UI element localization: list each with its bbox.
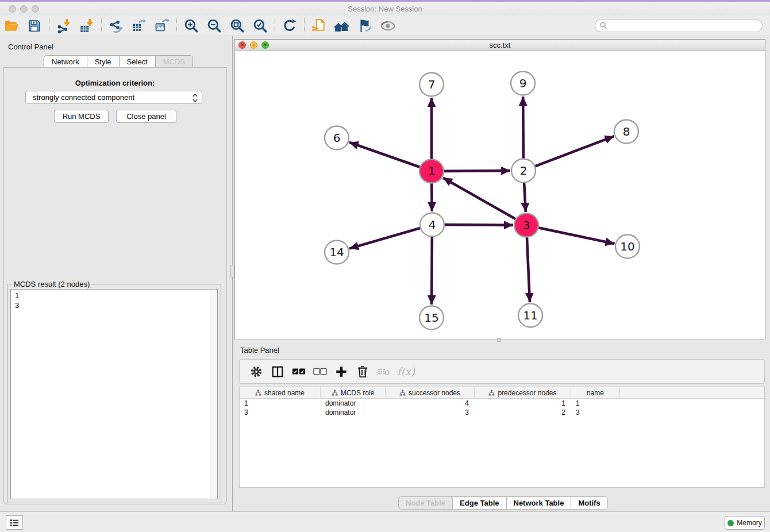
export-image-button[interactable] <box>151 17 174 35</box>
edge-1-2[interactable] <box>444 171 510 171</box>
node-label: 9 <box>519 76 527 90</box>
edge-4-15[interactable] <box>432 237 432 304</box>
edge-4-3[interactable] <box>444 225 513 225</box>
export-table-button[interactable] <box>128 17 151 35</box>
first-neighbors-button[interactable] <box>330 17 353 35</box>
network-resize-handle[interactable] <box>497 338 501 342</box>
cell-mcds-role[interactable]: dominator <box>321 399 386 407</box>
select-stepper-icon <box>192 93 198 103</box>
edge-4-14[interactable] <box>349 228 421 249</box>
edge-2-8[interactable] <box>535 136 614 166</box>
cell-successor-nodes[interactable]: 4 <box>386 399 475 407</box>
clone-network-button[interactable] <box>307 17 330 35</box>
edge-2-9[interactable] <box>523 97 523 159</box>
column-type-icon <box>488 390 495 396</box>
style-button[interactable] <box>353 17 376 35</box>
create-column-button[interactable] <box>330 362 352 381</box>
tab-network[interactable]: Network <box>44 55 87 68</box>
graph-node-8[interactable]: 8 <box>614 120 638 144</box>
zoom-in-button[interactable] <box>180 17 203 35</box>
splitter-grip[interactable] <box>230 265 234 277</box>
table-settings-button[interactable] <box>245 362 267 381</box>
zoom-selected-button[interactable] <box>249 17 272 35</box>
edge-3-1[interactable] <box>443 178 516 219</box>
delete-columns-button[interactable] <box>352 362 373 381</box>
import-network-button[interactable] <box>52 17 75 35</box>
control-panel-title: Control Panel <box>8 43 53 51</box>
table-row[interactable]: 1 dominator 4 1 1 <box>240 399 764 408</box>
result-scrollbar[interactable] <box>210 290 217 498</box>
tab-style[interactable]: Style <box>87 55 119 68</box>
zoom-out-button[interactable] <box>203 17 226 35</box>
cell-name[interactable]: 3 <box>571 408 620 417</box>
column-type-icon <box>399 390 406 396</box>
deselect-all-rows-button[interactable] <box>309 362 330 381</box>
panel-splitter[interactable] <box>230 36 234 511</box>
toolbar-divider <box>176 18 177 33</box>
tab-select[interactable]: Select <box>119 55 155 68</box>
search-input[interactable] <box>610 22 762 30</box>
cell-shared-name[interactable]: 3 <box>240 408 321 417</box>
graph-node-3[interactable]: 3 <box>514 214 538 237</box>
task-history-button[interactable] <box>6 515 23 530</box>
node-table[interactable]: shared name MCDS role successor nodes pr… <box>239 387 765 488</box>
column-header-mcds-role[interactable]: MCDS role <box>321 387 386 398</box>
network-window-titlebar[interactable]: ✕ − + scc.txt <box>235 40 765 51</box>
hide-selected-button[interactable] <box>376 17 399 35</box>
memory-button[interactable]: Memory <box>725 516 765 530</box>
edge-3-11[interactable] <box>527 237 530 302</box>
tab-edge-table[interactable]: Edge Table <box>452 496 506 510</box>
tab-node-table[interactable]: Node Table <box>398 496 452 510</box>
optimization-criterion-select[interactable]: strongly connected component <box>25 91 202 104</box>
edge-2-3[interactable] <box>524 183 526 212</box>
table-row[interactable]: 3 dominator 3 2 3 <box>240 408 764 417</box>
table-toolbar: f(x) <box>239 359 765 384</box>
tab-network-table[interactable]: Network Table <box>506 496 571 510</box>
mcds-result-title: MCDS result (2 nodes) <box>12 280 91 288</box>
zoom-fit-button[interactable] <box>226 17 249 35</box>
graph-node-9[interactable]: 9 <box>511 72 535 95</box>
network-canvas[interactable]: 7968124314101511 <box>235 51 765 340</box>
save-session-button[interactable] <box>23 17 46 35</box>
graph-node-4[interactable]: 4 <box>420 213 444 237</box>
add-icon <box>335 365 348 378</box>
zoom-in-icon <box>184 18 199 33</box>
mcds-result-text[interactable]: 1 3 <box>10 289 218 499</box>
graph-node-6[interactable]: 6 <box>325 126 349 150</box>
cell-mcds-role[interactable]: dominator <box>321 408 386 417</box>
import-table-button[interactable] <box>75 17 98 35</box>
column-header-name[interactable]: name <box>571 387 620 398</box>
tab-motifs[interactable]: Motifs <box>571 496 607 510</box>
graph-node-2[interactable]: 2 <box>511 159 536 183</box>
cell-successor-nodes[interactable]: 3 <box>386 408 475 417</box>
column-header-shared-name[interactable]: shared name <box>240 387 321 398</box>
column-header-successor-nodes[interactable]: successor nodes <box>386 387 475 398</box>
edge-3-10[interactable] <box>538 228 615 244</box>
graph-node-14[interactable]: 14 <box>325 241 349 264</box>
refresh-button[interactable] <box>278 17 301 35</box>
function-builder-button[interactable]: f(x) <box>394 362 415 381</box>
cell-name[interactable]: 1 <box>571 399 620 407</box>
search-box[interactable] <box>595 19 763 32</box>
node-label: 2 <box>520 164 528 178</box>
cell-predecessor-nodes[interactable]: 2 <box>475 408 571 417</box>
export-network-button[interactable] <box>105 17 128 35</box>
function-builder-icon: f(x) <box>397 365 415 377</box>
delete-table-button[interactable] <box>373 362 394 381</box>
run-mcds-button[interactable]: Run MCDS <box>54 110 109 123</box>
graph-node-7[interactable]: 7 <box>419 73 444 97</box>
edge-1-4[interactable] <box>432 183 432 211</box>
graph-node-1[interactable]: 1 <box>419 160 444 183</box>
open-file-button[interactable] <box>0 17 23 35</box>
show-columns-button[interactable] <box>267 362 288 381</box>
column-header-predecessor-nodes[interactable]: predecessor nodes <box>475 387 571 398</box>
tab-mcds[interactable]: MCDS <box>155 55 193 68</box>
graph-node-11[interactable]: 11 <box>518 304 542 327</box>
cell-shared-name[interactable]: 1 <box>240 399 321 407</box>
select-all-rows-button[interactable] <box>288 362 309 381</box>
edge-1-6[interactable] <box>349 142 420 167</box>
graph-node-10[interactable]: 10 <box>615 235 640 259</box>
close-panel-button[interactable]: Close panel <box>116 110 176 123</box>
cell-predecessor-nodes[interactable]: 1 <box>475 399 571 407</box>
graph-node-15[interactable]: 15 <box>419 306 444 330</box>
